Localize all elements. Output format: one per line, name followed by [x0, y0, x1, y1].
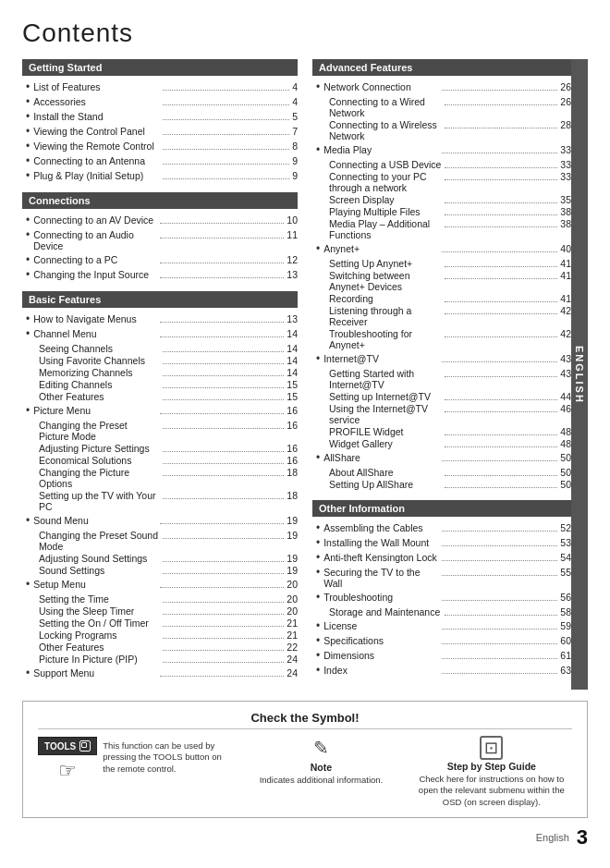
note-desc: Indicates additional information. — [240, 775, 401, 786]
dots — [442, 560, 557, 561]
list-item: Changing the Picture Options18 — [39, 466, 298, 489]
item-label: Troubleshooting — [323, 592, 439, 603]
section-list-getting-started: •List of Features4•Accessories4•Install … — [22, 79, 298, 183]
footer-lang: English — [536, 832, 569, 843]
bullet-icon: • — [316, 591, 320, 604]
dots — [163, 351, 284, 352]
item-label: Picture Menu — [33, 405, 157, 416]
sub-item-label: Changing the Preset Picture Mode — [39, 420, 160, 442]
list-item: Connecting to a Wired Network26 — [329, 95, 571, 118]
page-number: 50 — [560, 467, 571, 478]
section-list-advanced-features: •Network Connection26Connecting to a Wir… — [312, 79, 571, 491]
list-item: Other Features22 — [39, 641, 298, 653]
page-number: 44 — [560, 391, 571, 402]
bullet-icon: • — [26, 169, 30, 182]
page-number: 60 — [560, 635, 571, 646]
item-label: Accessories — [33, 96, 160, 107]
list-item: Connecting a USB Device33 — [329, 158, 571, 170]
page-number: 50 — [560, 452, 571, 463]
sub-list: Setting Up Anynet+41Switching between An… — [316, 257, 571, 350]
bullet-icon: • — [316, 649, 320, 662]
dots — [445, 104, 557, 105]
item-label: Installing the Wall Mount — [323, 537, 439, 548]
item-label: Viewing the Remote Control — [33, 141, 160, 152]
dots — [442, 251, 557, 252]
list-item: •Viewing the Remote Control8 — [26, 139, 298, 153]
bullet-icon: • — [316, 536, 320, 549]
list-item: Listening through a Receiver42 — [329, 304, 571, 327]
sub-item-label: Seeing Channels — [39, 343, 160, 354]
list-item: •Index63 — [316, 663, 571, 678]
list-item: Other Features15 — [39, 390, 298, 402]
list-item: •Internet@TV43 — [316, 351, 571, 366]
sub-item-label: Storage and Maintenance — [329, 606, 442, 617]
tools-item: TOOLS ☞ This function can be used by pre… — [38, 737, 231, 783]
page-number: 22 — [287, 642, 298, 653]
page-number: 50 — [560, 479, 571, 490]
dots — [442, 153, 557, 153]
dots — [445, 313, 557, 314]
item-label: Internet@TV — [323, 353, 439, 364]
page-number: 14 — [287, 343, 298, 354]
step-desc: Check here for instructions on how to op… — [411, 774, 572, 808]
page-number: 4 — [292, 96, 298, 107]
sub-item-label: Setting up Internet@TV — [329, 391, 442, 402]
bullet-icon: • — [26, 80, 30, 93]
bullet-icon: • — [26, 125, 30, 138]
dots — [160, 238, 284, 238]
page-number: 54 — [560, 552, 571, 563]
sub-item-label: Setting up the TV with Your PC — [39, 490, 160, 512]
page-number: 55 — [560, 567, 571, 578]
sub-list: Setting the Time20Using the Sleep Timer2… — [26, 593, 298, 665]
page-number: 19 — [287, 553, 298, 564]
bullet-icon: • — [26, 514, 30, 527]
list-item: Media Play – Additional Functions38 — [329, 217, 571, 240]
bullet-icon: • — [26, 268, 30, 281]
list-item: Switching between Anynet+ Devices41 — [329, 269, 571, 292]
sub-item-label: Memorizing Channels — [39, 367, 160, 378]
dots — [163, 119, 289, 120]
list-item: Editing Channels15 — [39, 378, 298, 390]
bullet-icon: • — [316, 634, 320, 647]
section-header-basic-features: Basic Features — [22, 291, 298, 308]
sub-item-label: Connecting to a Wireless Network — [329, 119, 442, 141]
page-number: 5 — [292, 111, 298, 122]
dots — [445, 615, 557, 616]
section-connections: Connections•Connecting to an AV Device10… — [22, 192, 298, 282]
sub-list-container: Changing the Preset Picture Mode16Adjust… — [26, 418, 298, 513]
bullet-icon: • — [26, 578, 30, 591]
list-item: Using the Internet@TV service46 — [329, 402, 571, 425]
list-item: Troubleshooting for Anynet+42 — [329, 327, 571, 350]
bullet-icon: • — [316, 80, 320, 93]
list-item: •Accessories4 — [26, 94, 298, 109]
page-number: 20 — [287, 579, 298, 590]
sub-list: Getting Started with Internet@TV43Settin… — [316, 367, 571, 449]
dots — [442, 629, 557, 630]
footer: English 3 — [22, 825, 588, 850]
dots — [163, 614, 284, 615]
item-label: Connecting to an Audio Device — [33, 229, 157, 251]
dots — [160, 322, 284, 323]
sub-list-container: Setting Up Anynet+41Switching between An… — [316, 256, 571, 351]
bullet-icon: • — [26, 95, 30, 108]
list-item: •Troubleshooting56 — [316, 590, 571, 605]
list-item: •Dimensions61 — [316, 648, 571, 663]
page-number: 41 — [560, 258, 571, 269]
dots — [163, 134, 289, 135]
item-label: Plug & Play (Initial Setup) — [33, 170, 160, 181]
bullet-icon: • — [316, 664, 320, 677]
bullet-icon: • — [26, 140, 30, 153]
dots — [445, 336, 557, 337]
list-item: Using the Sleep Timer20 — [39, 605, 298, 617]
list-item: Adjusting Picture Settings16 — [39, 442, 298, 454]
page-number: 20 — [287, 593, 298, 605]
page-number: 41 — [560, 270, 571, 281]
item-label: Install the Stand — [33, 111, 160, 122]
item-label: Connecting to a PC — [33, 254, 157, 265]
sub-list: Changing the Preset Picture Mode16Adjust… — [26, 419, 298, 512]
page-number: 48 — [560, 426, 571, 437]
page-number: 14 — [287, 367, 298, 378]
page-number: 15 — [287, 379, 298, 390]
list-item: Changing the Preset Picture Mode16 — [39, 419, 298, 442]
sub-item-label: Locking Programs — [39, 630, 160, 641]
